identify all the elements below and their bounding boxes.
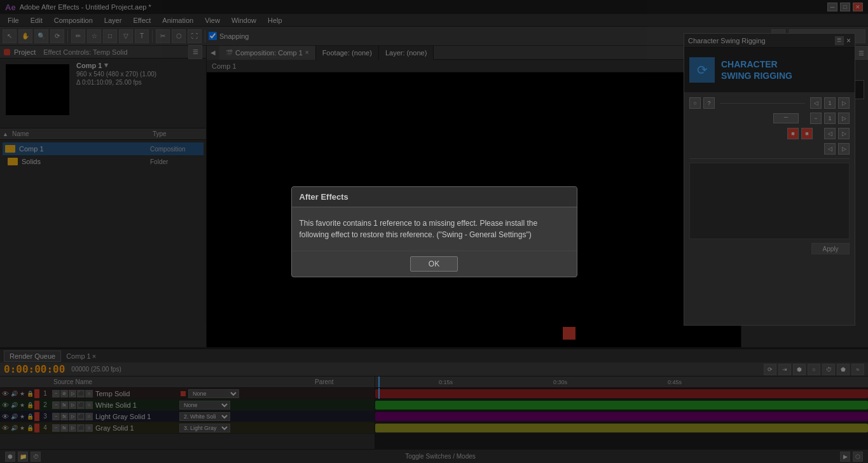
modal-body: This favorite contains 1 reference to a … — [292, 207, 577, 251]
after-effects-dialog: After Effects This favorite contains 1 r… — [291, 186, 577, 277]
modal-title: After Effects — [292, 187, 577, 207]
modal-overlay: After Effects This favorite contains 1 r… — [0, 0, 868, 463]
modal-ok-button[interactable]: OK — [410, 256, 458, 272]
modal-message: This favorite contains 1 reference to a … — [300, 218, 569, 240]
modal-footer: OK — [292, 251, 577, 277]
